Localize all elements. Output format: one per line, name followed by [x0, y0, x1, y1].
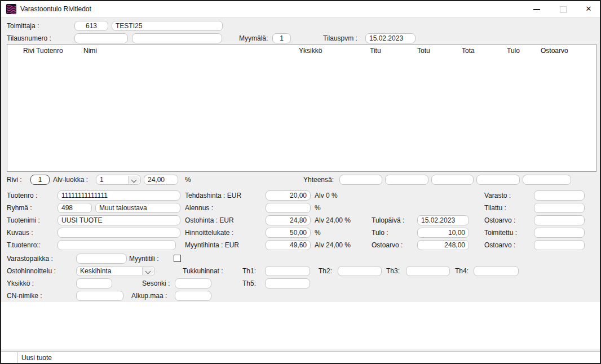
tilattu-field[interactable]: [534, 203, 585, 213]
table-column-nimi: Nimi: [83, 47, 97, 55]
myymala-field[interactable]: 1: [272, 33, 291, 43]
app-window: Varastoontulo Rivitiedot ✕ Toimittaja : …: [0, 0, 601, 364]
tehdashinta-field[interactable]: 20,00: [266, 190, 311, 201]
ostoarvo3-label: Ostoarvo :: [484, 240, 515, 250]
table-column-tota: Tota: [462, 47, 475, 55]
th1-field[interactable]: [265, 266, 310, 276]
chevron-down-icon[interactable]: [128, 176, 140, 184]
sesonki-field[interactable]: [175, 278, 211, 288]
tehdashinta-label: Tehdashinta : EUR: [185, 190, 241, 201]
ostohinta-suffix: Alv 24,00 %: [315, 215, 351, 225]
myyntihinta-field[interactable]: 49,60: [266, 240, 311, 250]
th4-label: Th4:: [455, 266, 469, 276]
tilauspvm-label: Tilauspvm :: [323, 33, 357, 43]
tulopaiva-field[interactable]: 15.02.2023: [417, 215, 469, 225]
close-button[interactable]: ✕: [578, 1, 599, 17]
ostoarvo3-field[interactable]: [534, 240, 585, 250]
kuvaus-label: Kuvaus :: [7, 228, 33, 238]
th4-field[interactable]: [474, 266, 519, 276]
myyntihinta-label: Myyntihinta : EUR: [185, 240, 239, 250]
toimitettu-label: Toimitettu :: [484, 228, 517, 238]
varastopaikka-field[interactable]: [76, 254, 127, 264]
th2-label: Th2:: [319, 266, 332, 276]
ryhma-label: Ryhmä :: [7, 203, 32, 213]
close-icon: ✕: [586, 5, 592, 13]
ostohinta-label: Ostohinta : EUR: [185, 215, 234, 225]
ryhma-code-field[interactable]: 498: [58, 203, 92, 213]
sesonki-label: Sesonki :: [142, 278, 170, 288]
toimittaja-name-field[interactable]: TESTI25: [112, 21, 223, 31]
ostohinnoittelu-label: Ostohinnoittelu :: [7, 266, 56, 276]
yhteensa-field-5[interactable]: [523, 175, 571, 185]
app-icon: [6, 4, 16, 14]
maximize-icon: [560, 6, 567, 13]
myyntitili-label: Myyntitili :: [129, 254, 159, 264]
ostoarvo-label: Ostoarvo :: [372, 240, 403, 250]
th3-field[interactable]: [406, 266, 450, 276]
maximize-button[interactable]: [553, 1, 573, 17]
tuotenro-field[interactable]: 11111111111111: [58, 190, 180, 201]
alv-percent-field[interactable]: 24,00: [144, 175, 178, 185]
t-tuotenro-field[interactable]: [58, 240, 176, 250]
tulo-label: Tulo :: [372, 228, 388, 238]
table-column-ostoarvo: Ostoarvo: [541, 47, 568, 55]
toimitettu-field[interactable]: [534, 228, 585, 238]
alennus-field[interactable]: [266, 203, 311, 213]
myymala-label: Myymälä:: [239, 33, 268, 43]
th2-field[interactable]: [338, 266, 382, 276]
th1-label: Th1:: [242, 266, 256, 276]
ostoarvo2-field[interactable]: [534, 215, 585, 225]
hinnoittelukate-suffix: %: [315, 228, 321, 238]
yhteensa-field-3[interactable]: [431, 175, 474, 185]
table-column-tulo: Tulo: [507, 47, 520, 55]
ostoarvo-field[interactable]: 248,00: [417, 240, 469, 250]
table-column-titu: Titu: [370, 47, 381, 55]
table-column-rivi-tuotenro: Rivi Tuotenro: [23, 47, 63, 55]
tulopaiva-label: Tulopäivä :: [372, 215, 404, 225]
hinnoittelukate-field[interactable]: 50,00: [266, 228, 311, 238]
tuotenro-label: Tuotenro :: [7, 190, 37, 201]
window-title: Varastoontulo Rivitiedot: [20, 1, 91, 17]
t-tuotenro-label: T.tuotenro::: [7, 240, 41, 250]
alv-luokka-select[interactable]: 1: [96, 175, 141, 185]
alv-luokka-label: Alv-luokka :: [53, 175, 88, 185]
tilauspvm-field[interactable]: 15.02.2023: [365, 33, 416, 43]
hinnoittelukate-label: Hinnoittelukate :: [185, 228, 233, 238]
alkup-maa-label: Alkup.maa :: [131, 291, 167, 301]
minimize-button[interactable]: [527, 1, 547, 17]
rivi-field[interactable]: 1: [30, 175, 50, 185]
tuotenimi-field[interactable]: UUSI TUOTE: [58, 215, 180, 225]
ryhma-name-field[interactable]: Muut taloustava: [95, 203, 180, 213]
tulo-field[interactable]: 10,00: [417, 228, 469, 238]
toimittaja-label: Toimittaja :: [7, 21, 39, 31]
ostohinnoittelu-value: Keskihinta: [80, 267, 111, 275]
tilausnumero-field-1[interactable]: [74, 33, 128, 43]
alkup-maa-field[interactable]: [175, 291, 211, 301]
tilausnumero-field-2[interactable]: [132, 33, 222, 43]
row-list-table[interactable]: Rivi TuotenroNimiYksikköTituTotuTotaTulo…: [7, 44, 596, 172]
kuvaus-field[interactable]: [58, 228, 180, 238]
yhteensa-field-4[interactable]: [476, 175, 520, 185]
status-bar: Uusi tuote: [1, 351, 600, 364]
yhteensa-field-2[interactable]: [385, 175, 428, 185]
varasto-label: Varasto :: [484, 190, 511, 201]
ostohinnoittelu-select[interactable]: Keskihinta: [76, 266, 155, 276]
tilausnumero-label: Tilausnumero :: [7, 33, 51, 43]
cn-nimike-field[interactable]: [76, 291, 123, 301]
th5-label: Th5:: [242, 278, 256, 288]
yksikko-field[interactable]: [76, 278, 112, 288]
alv-luokka-value: 1: [100, 176, 104, 184]
alv-percent-suffix: %: [185, 175, 191, 185]
th3-label: Th3:: [386, 266, 400, 276]
ostohinta-field[interactable]: 24,80: [266, 215, 311, 225]
tilattu-label: Tilattu :: [484, 203, 506, 213]
yhteensa-field-1[interactable]: [339, 175, 382, 185]
alennus-suffix: %: [315, 203, 321, 213]
th5-field[interactable]: [265, 278, 310, 288]
varasto-field[interactable]: [534, 190, 585, 201]
chevron-down-icon[interactable]: [142, 267, 154, 275]
toimittaja-code-field[interactable]: 613: [74, 21, 108, 31]
title-bar: Varastoontulo Rivitiedot ✕: [1, 1, 600, 17]
myyntitili-checkbox[interactable]: [174, 255, 181, 262]
alennus-label: Alennus :: [185, 203, 213, 213]
